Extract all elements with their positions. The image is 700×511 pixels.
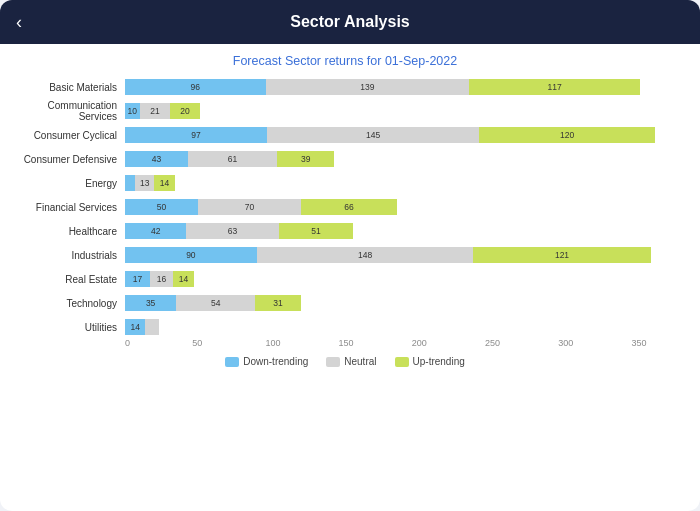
page-title: Sector Analysis [20, 13, 680, 31]
bars-container: 355431 [125, 295, 680, 311]
bars-container: 436139 [125, 151, 680, 167]
bar-up: 51 [279, 223, 354, 239]
header: ‹ Sector Analysis [0, 0, 700, 44]
back-button[interactable]: ‹ [16, 13, 22, 31]
bar-up: 20 [170, 103, 199, 119]
bar-neutral: 148 [257, 247, 474, 263]
bar-neutral: 63 [186, 223, 278, 239]
bar-down: 35 [125, 295, 176, 311]
bar-up: 120 [479, 127, 655, 143]
chart-row: Industrials90148121 [10, 244, 680, 266]
bar-down: 43 [125, 151, 188, 167]
bar-down: 10 [125, 103, 140, 119]
bar-up: 121 [473, 247, 650, 263]
legend: Down-trendingNeutralUp-trending [10, 356, 680, 373]
bar-neutral: 61 [188, 151, 277, 167]
chart-row: Consumer Defensive436139 [10, 148, 680, 170]
chart-row: Energy1314 [10, 172, 680, 194]
row-label: Healthcare [10, 226, 125, 237]
row-label: Consumer Cyclical [10, 130, 125, 141]
bar-up: 39 [277, 151, 334, 167]
bar-down: 50 [125, 199, 198, 215]
chart-row: Basic Materials96139117 [10, 76, 680, 98]
bars-container: 426351 [125, 223, 680, 239]
chart-area: Forecast Sector returns for 01-Sep-2022 … [0, 44, 700, 511]
chart-row: Communication Services102120 [10, 100, 680, 122]
chart-row: Technology355431 [10, 292, 680, 314]
chart-subtitle: Forecast Sector returns for 01-Sep-2022 [10, 54, 680, 68]
bar-neutral: 21 [140, 103, 171, 119]
legend-item: Neutral [326, 356, 376, 367]
legend-swatch [225, 357, 239, 367]
chart-row: Real Estate171614 [10, 268, 680, 290]
bar-down: 97 [125, 127, 267, 143]
bar-neutral: 16 [150, 271, 173, 287]
bar-up: 31 [255, 295, 300, 311]
chart-row: Healthcare426351 [10, 220, 680, 242]
row-label: Financial Services [10, 202, 125, 213]
x-tick: 350 [631, 338, 646, 348]
bars-container: 507066 [125, 199, 680, 215]
legend-swatch [395, 357, 409, 367]
bar-down [125, 175, 135, 191]
x-tick: 200 [412, 338, 427, 348]
bar-neutral: 54 [176, 295, 255, 311]
chart-row: Financial Services507066 [10, 196, 680, 218]
bar-down: 14 [125, 319, 145, 335]
row-label: Communication Services [10, 100, 125, 122]
x-tick: 300 [558, 338, 573, 348]
bar-up: 14 [173, 271, 193, 287]
row-label: Consumer Defensive [10, 154, 125, 165]
bar-up: 117 [469, 79, 640, 95]
x-tick: 250 [485, 338, 500, 348]
bars-container: 96139117 [125, 79, 680, 95]
bar-up: 66 [301, 199, 398, 215]
chart-row: Consumer Cyclical97145120 [10, 124, 680, 146]
bar-neutral: 139 [266, 79, 470, 95]
bar-up: 14 [154, 175, 174, 191]
bar-down: 96 [125, 79, 266, 95]
row-label: Industrials [10, 250, 125, 261]
bars-container: 1314 [125, 175, 680, 191]
chart-row: Utilities14 [10, 316, 680, 338]
x-tick: 50 [192, 338, 202, 348]
bar-down: 17 [125, 271, 150, 287]
bars-container: 171614 [125, 271, 680, 287]
bar-neutral: 145 [267, 127, 479, 143]
x-tick: 0 [125, 338, 130, 348]
legend-item: Down-trending [225, 356, 308, 367]
bar-down: 90 [125, 247, 257, 263]
bars-container: 90148121 [125, 247, 680, 263]
legend-item: Up-trending [395, 356, 465, 367]
row-label: Real Estate [10, 274, 125, 285]
legend-label: Neutral [344, 356, 376, 367]
x-tick: 150 [339, 338, 354, 348]
main-container: ‹ Sector Analysis Forecast Sector return… [0, 0, 700, 511]
legend-label: Down-trending [243, 356, 308, 367]
bar-neutral: 70 [198, 199, 300, 215]
x-axis: 050100150200250300350 [125, 338, 680, 352]
row-label: Technology [10, 298, 125, 309]
bars-container: 102120 [125, 103, 680, 119]
row-label: Utilities [10, 322, 125, 333]
legend-label: Up-trending [413, 356, 465, 367]
bars-container: 97145120 [125, 127, 680, 143]
bar-neutral [145, 319, 158, 335]
legend-swatch [326, 357, 340, 367]
row-label: Basic Materials [10, 82, 125, 93]
bar-neutral: 13 [135, 175, 154, 191]
row-label: Energy [10, 178, 125, 189]
chart-body: Basic Materials96139117Communication Ser… [10, 76, 680, 338]
x-tick: 100 [265, 338, 280, 348]
bar-down: 42 [125, 223, 186, 239]
bars-container: 14 [125, 319, 680, 335]
